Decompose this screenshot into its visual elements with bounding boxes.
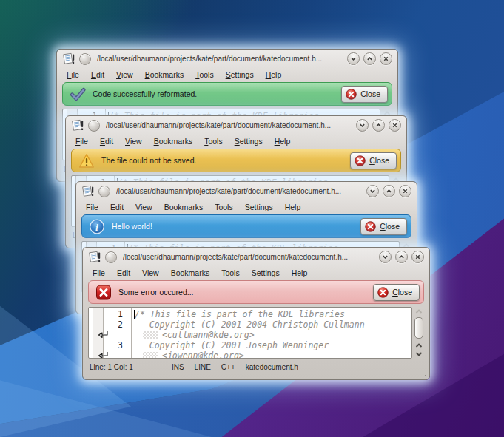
menu-help[interactable]: Help [286,267,314,279]
vertical-scrollbar[interactable] [413,307,424,359]
minimize-button[interactable] [347,52,360,65]
window-title: /local/user/dhaumann/projects/kate/part/… [123,253,375,261]
menu-tools[interactable]: Tools [189,69,220,81]
kate-window-error: /local/user/dhaumann/projects/kate/part/… [82,247,430,380]
scrollbar-thumb[interactable] [414,317,423,339]
indent-marker [143,352,158,359]
check-icon [70,87,86,102]
menu-edit[interactable]: Edit [94,135,119,147]
maximize-button[interactable] [372,119,385,132]
minimize-button[interactable] [379,251,392,263]
cursor-position: Line: 1 Col: 1 [90,363,133,371]
maximize-button[interactable] [363,52,376,65]
editor[interactable]: 1/* This file is part of the KDE librari… [88,307,412,359]
scroll-up-icon [415,309,423,314]
message-bar-warning: The file could not be saved. Close [71,149,401,172]
status-filename: katedocument.h [246,363,298,371]
close-window-button[interactable] [399,185,411,197]
window-menu-button[interactable] [88,120,100,132]
menu-tools[interactable]: Tools [209,201,239,213]
menu-help[interactable]: Help [260,69,288,81]
close-message-button[interactable]: Close [373,284,420,301]
message-bar-error: Some error occured... Close [88,280,424,304]
menu-edit[interactable]: Edit [111,267,136,279]
svg-text:i: i [95,221,98,232]
document-icon [71,119,84,132]
maximize-button[interactable] [383,185,395,197]
wrap-arrow-icon [98,351,109,359]
menu-tools[interactable]: Tools [215,267,246,279]
indent-marker [143,331,158,339]
close-icon [355,155,366,166]
menu-bookmarks[interactable]: Bookmarks [158,201,209,213]
minimize-button[interactable] [366,185,379,197]
titlebar[interactable]: /local/user/dhaumann/projects/kate/part/… [57,50,397,68]
document-icon [88,251,101,263]
message-bar-positive: Code successfully reformated. Close [62,82,392,106]
titlebar[interactable]: /local/user/dhaumann/projects/kate/part/… [76,182,417,200]
scroll-down-icon [415,351,423,356]
code-line: <jowenn@kde.org> [89,350,411,359]
input-mode: INS [172,363,184,371]
titlebar[interactable]: /local/user/dhaumann/projects/kate/part/… [83,248,429,266]
menu-view[interactable]: View [110,69,139,81]
close-message-button[interactable]: Close [350,152,397,169]
menu-view[interactable]: View [130,201,158,213]
menu-settings[interactable]: Settings [229,135,269,147]
close-window-button[interactable] [389,119,401,132]
close-message-button[interactable]: Close [341,86,388,103]
menu-tools[interactable]: Tools [198,135,229,147]
status-bar: Line: 1 Col: 1 INS LINE C++ katedocument… [83,360,429,374]
highlight-mode: C++ [221,363,235,371]
menubar: File Edit View Bookmarks Tools Settings … [76,200,417,214]
close-message-button[interactable]: Close [360,218,407,235]
menu-file[interactable]: File [70,135,94,147]
close-label: Close [360,89,380,98]
menu-view[interactable]: View [136,267,165,279]
menu-help[interactable]: Help [279,201,307,213]
menu-help[interactable]: Help [269,135,297,147]
menubar: File Edit View Bookmarks Tools Settings … [83,266,429,280]
document-icon [81,185,95,197]
menu-bookmarks[interactable]: Bookmarks [139,69,190,81]
menu-bookmarks[interactable]: Bookmarks [148,135,199,147]
menu-settings[interactable]: Settings [239,201,279,213]
menu-file[interactable]: File [80,201,104,213]
code-line: <cullmann@kde.org> [89,330,411,340]
message-text: Some error occured... [118,288,366,297]
info-icon: i [89,219,105,234]
menubar: File Edit View Bookmarks Tools Settings … [57,68,397,81]
titlebar[interactable]: /local/user/dhaumann/projects/kate/part/… [66,116,406,135]
menu-view[interactable]: View [119,135,148,147]
menu-bookmarks[interactable]: Bookmarks [165,267,216,279]
close-window-button[interactable] [411,251,424,263]
message-text: The file could not be saved. [101,156,343,165]
menu-edit[interactable]: Edit [85,69,110,81]
menu-file[interactable]: File [87,267,111,279]
code-line: 1/* This file is part of the KDE librari… [89,309,411,319]
menu-settings[interactable]: Settings [246,267,286,279]
close-label: Close [369,156,389,165]
close-window-button[interactable] [380,52,392,65]
menu-file[interactable]: File [61,69,85,81]
desktop: /local/user/dhaumann/projects/kate/part/… [0,0,504,437]
message-text: Code successfully reformated. [93,89,335,98]
window-title: /local/user/dhaumann/projects/kate/part/… [97,55,343,63]
window-title: /local/user/dhaumann/projects/kate/part/… [106,121,352,129]
window-menu-button[interactable] [98,186,110,197]
menu-edit[interactable]: Edit [104,201,130,213]
close-icon [365,221,376,232]
document-icon [62,52,75,65]
close-icon [346,89,357,100]
wrap-arrow-icon [98,331,109,339]
window-menu-button[interactable] [79,53,91,65]
maximize-button[interactable] [395,251,408,263]
window-menu-button[interactable] [105,251,117,263]
window-title: /local/user/dhaumann/projects/kate/part/… [116,187,363,195]
scroll-up-icon [415,343,423,348]
menu-settings[interactable]: Settings [220,69,260,81]
minimize-button[interactable] [356,119,369,132]
close-label: Close [392,288,412,297]
message-text: Hello world! [112,222,354,231]
error-icon [95,285,112,300]
